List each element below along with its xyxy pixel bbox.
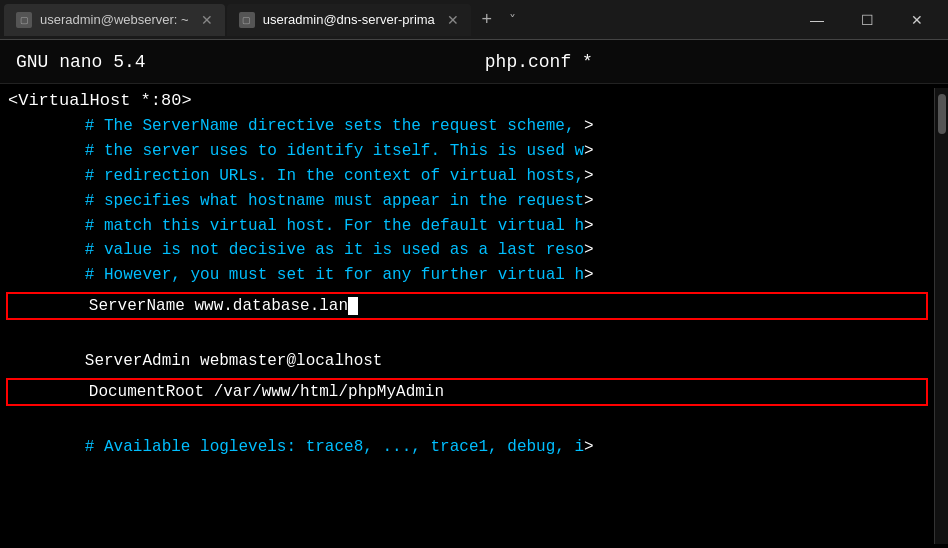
new-tab-button[interactable]: + [473, 6, 501, 34]
comment-line-6: # value is not decisive as it is used as… [0, 238, 934, 263]
available-loglevels-line: # Available loglevels: trace8, ..., trac… [0, 435, 934, 460]
nano-filename: php.conf * [146, 52, 932, 72]
nano-header: GNU nano 5.4 php.conf * [0, 40, 948, 84]
virtualhost-line: <VirtualHost *:80> [0, 88, 934, 114]
tab-label-2: useradmin@dns-server-prima [263, 12, 435, 27]
comment-line-3: # redirection URLs. In the context of vi… [0, 164, 934, 189]
window-controls: — ☐ ✕ [794, 4, 944, 36]
titlebar: ▢ useradmin@webserver: ~ ✕ ▢ useradmin@d… [0, 0, 948, 40]
empty-line-1 [0, 324, 934, 349]
comment-line-7: # However, you must set it for any furth… [0, 263, 934, 288]
editor-content[interactable]: <VirtualHost *:80> # The ServerName dire… [0, 88, 934, 544]
tab-icon-2: ▢ [239, 12, 255, 28]
serveradmin-line: ServerAdmin webmaster@localhost [0, 349, 934, 374]
minimize-button[interactable]: — [794, 4, 840, 36]
maximize-button[interactable]: ☐ [844, 4, 890, 36]
comment-line-1: # The ServerName directive sets the requ… [0, 114, 934, 139]
scrollbar[interactable] [934, 88, 948, 544]
nano-version: GNU nano 5.4 [16, 52, 146, 72]
close-button[interactable]: ✕ [894, 4, 940, 36]
comment-line-4: # specifies what hostname must appear in… [0, 189, 934, 214]
editor-area: <VirtualHost *:80> # The ServerName dire… [0, 84, 948, 548]
tabs-dropdown-button[interactable]: ˅ [501, 6, 525, 34]
documentroot-line: DocumentRoot /var/www/html/phpMyAdmin [6, 378, 928, 406]
servername-block: ServerName www.database.lan [0, 292, 934, 320]
tab-dns-server[interactable]: ▢ useradmin@dns-server-prima ✕ [227, 4, 471, 36]
tab-label-1: useradmin@webserver: ~ [40, 12, 189, 27]
tab-close-1[interactable]: ✕ [201, 12, 213, 28]
documentroot-block: DocumentRoot /var/www/html/phpMyAdmin [0, 378, 934, 406]
comment-line-5: # match this virtual host. For the defau… [0, 214, 934, 239]
empty-line-2 [0, 410, 934, 435]
tab-webserver[interactable]: ▢ useradmin@webserver: ~ ✕ [4, 4, 225, 36]
tab-close-2[interactable]: ✕ [447, 12, 459, 28]
scrollbar-thumb[interactable] [938, 94, 946, 134]
servername-line: ServerName www.database.lan [6, 292, 928, 320]
comment-line-2: # the server uses to identify itself. Th… [0, 139, 934, 164]
tab-icon-1: ▢ [16, 12, 32, 28]
